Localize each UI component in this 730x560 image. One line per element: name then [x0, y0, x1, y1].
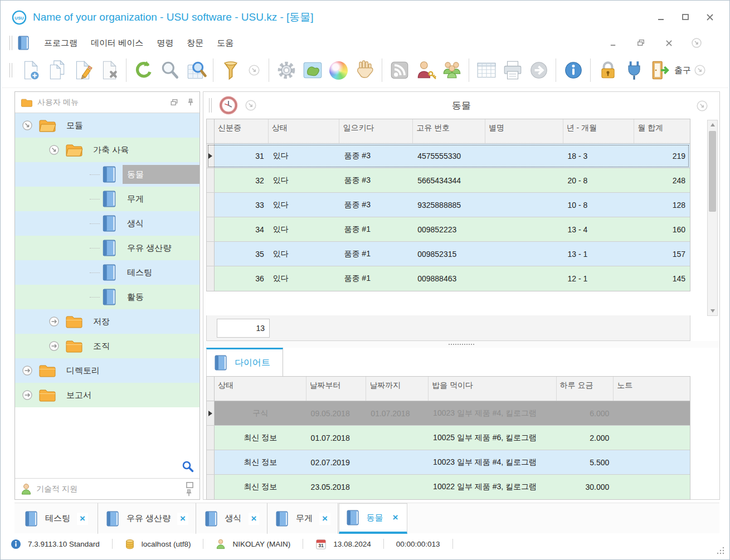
tree-item-livestock[interactable]: 가축 사육 [15, 138, 199, 162]
column-header-status[interactable]: 상태 [215, 377, 306, 401]
tree-item-testing[interactable]: 테스팅 [15, 260, 199, 285]
feed-icon[interactable] [386, 57, 412, 84]
column-header-feed[interactable]: 밥을 먹이다 [429, 377, 556, 401]
grid-icon[interactable] [473, 57, 499, 84]
grab-hand-icon[interactable] [352, 57, 378, 84]
toolbar-dropdown-icon[interactable] [694, 64, 706, 76]
animals-row[interactable]: 36 있다 품종 #1 009888463 12 - 1 145 [207, 266, 690, 291]
column-header-nickname[interactable]: 별명 [485, 119, 563, 143]
tree-item-animals[interactable]: 동물 [15, 162, 199, 187]
close-tab-icon[interactable]: × [390, 512, 401, 524]
column-header-note[interactable]: 노트 [614, 377, 690, 401]
exit-icon[interactable] [647, 57, 673, 84]
expand-icon[interactable] [22, 365, 33, 376]
close-tab-icon[interactable]: × [77, 513, 88, 525]
child-restore-button[interactable] [632, 36, 649, 50]
menu-database[interactable]: 데이터 베이스 [84, 35, 150, 52]
column-header-date-from[interactable]: 날짜부터 [306, 377, 367, 401]
horizontal-splitter[interactable] [203, 341, 719, 348]
filter-dropdown-icon[interactable] [248, 64, 260, 76]
column-header-status[interactable]: 상태 [269, 119, 340, 143]
colors-icon[interactable] [325, 57, 352, 84]
expand-icon[interactable] [48, 340, 60, 352]
animals-row[interactable]: 35 있다 품종 #1 009852315 13 - 1 157 [207, 242, 690, 266]
close-tab-icon[interactable]: × [177, 513, 188, 525]
column-header-number[interactable]: 고유 번호 [413, 119, 485, 143]
column-header-month-total[interactable]: 월 합계 [634, 119, 690, 143]
tab-animals-active[interactable]: 동물 × [339, 503, 407, 534]
search-icon[interactable] [157, 57, 183, 84]
panel-dropdown-icon[interactable] [696, 100, 708, 112]
settings-gear-icon[interactable] [273, 57, 299, 84]
info-icon[interactable] [560, 57, 586, 84]
scroll-down-icon[interactable] [708, 306, 717, 315]
filter-icon[interactable] [217, 57, 244, 84]
tree-item-modules[interactable]: 모듈 [15, 113, 199, 138]
animals-row[interactable]: 33 있다 품종 #3 9325888885 10 - 8 128 [207, 193, 690, 217]
tree-item-storage[interactable]: 저장 [15, 309, 199, 334]
close-tab-icon[interactable]: × [319, 513, 330, 525]
print-icon[interactable] [499, 57, 525, 84]
toolbar-grip[interactable] [9, 63, 12, 77]
pin-icon[interactable] [187, 98, 194, 106]
vertical-scrollbar[interactable] [707, 120, 718, 316]
edit-record-icon[interactable] [70, 57, 96, 84]
plug-icon[interactable] [621, 57, 647, 84]
close-tab-icon[interactable]: × [249, 513, 260, 525]
diet-row-selected[interactable]: 구식 09.05.2018 01.07.2018 10023 일부 제품 #4,… [207, 401, 690, 426]
tree-item-directory[interactable]: 디렉토리 [15, 358, 199, 383]
tree-item-activity[interactable]: 활동 [15, 285, 199, 309]
collapse-icon[interactable] [22, 120, 33, 131]
diet-row[interactable]: 최신 정보 23.05.2018 10022 일부 제품 #3, 킬로그램 30… [207, 475, 690, 499]
float-panel-icon[interactable] [186, 481, 194, 489]
menu-windows[interactable]: 창문 [180, 35, 210, 52]
menu-help[interactable]: 도움 [210, 35, 240, 52]
exit-label[interactable]: 출구 [674, 65, 691, 76]
refresh-icon[interactable] [130, 57, 157, 84]
animals-row[interactable]: 32 있다 품종 #3 5665434344 20 - 8 248 [207, 168, 690, 193]
tree-item-weight[interactable]: 무게 [15, 187, 199, 211]
map-icon[interactable] [299, 57, 325, 84]
tree-search-icon[interactable] [182, 460, 194, 473]
animals-row[interactable]: 34 있다 품종 #1 009852223 13 - 4 160 [207, 217, 690, 242]
toolbar-grip[interactable] [9, 36, 12, 50]
child-close-button[interactable] [660, 36, 677, 50]
column-header-breed[interactable]: 일으키다 [339, 119, 413, 143]
diet-row[interactable]: 최신 정보 02.07.2019 10023 일부 제품 #4, 킬로그램 5.… [207, 450, 690, 475]
column-header-id[interactable]: 신분증 [215, 119, 269, 143]
float-panel-icon[interactable] [170, 99, 178, 106]
tab-diet[interactable]: 다이어트 [206, 348, 283, 376]
user-permissions-icon[interactable] [412, 57, 439, 84]
scroll-up-icon[interactable] [708, 120, 717, 129]
pin-icon[interactable] [186, 489, 192, 497]
maximize-button[interactable] [677, 10, 694, 25]
users-icon[interactable] [439, 57, 465, 84]
expand-icon[interactable] [48, 316, 60, 327]
close-button[interactable] [702, 10, 718, 25]
tree-item-milk-production[interactable]: 우유 생산량 [15, 236, 199, 260]
menubar-dropdown-icon[interactable] [688, 36, 705, 50]
go-icon[interactable] [525, 57, 552, 84]
column-header-age[interactable]: 년 - 개월 [563, 119, 635, 143]
lock-icon[interactable] [595, 57, 621, 84]
child-minimize-button[interactable] [605, 36, 621, 50]
new-record-icon[interactable] [17, 57, 43, 84]
tab-reproduction[interactable]: 생식 × [196, 503, 267, 534]
diet-row[interactable]: 최신 정보 01.07.2018 10025 일부 제품 #6, 킬로그램 2.… [207, 426, 690, 450]
tree-item-reproduction[interactable]: 생식 [15, 211, 199, 236]
copy-record-icon[interactable] [43, 57, 70, 84]
tab-milk-production[interactable]: 우유 생산량 × [98, 503, 196, 534]
animals-row-selected[interactable]: 31 있다 품종 #3 4575555330 18 - 3 219 [207, 144, 690, 168]
resize-grip[interactable] [716, 546, 725, 555]
scrollbar-thumb[interactable] [709, 131, 716, 212]
tab-weight[interactable]: 무게 × [267, 503, 338, 534]
technical-support-panel[interactable]: 기술적 지원 [15, 478, 199, 499]
column-header-daily-rate[interactable]: 하루 요금 [557, 377, 614, 401]
delete-record-icon[interactable] [96, 57, 122, 84]
menu-commands[interactable]: 명령 [150, 35, 180, 52]
minimize-button[interactable] [653, 10, 669, 25]
tree-item-organization[interactable]: 조직 [15, 334, 199, 358]
tab-testing[interactable]: 테스팅 × [14, 503, 98, 534]
search-advanced-icon[interactable] [183, 57, 209, 84]
column-header-date-to[interactable]: 날짜까지 [366, 377, 429, 401]
